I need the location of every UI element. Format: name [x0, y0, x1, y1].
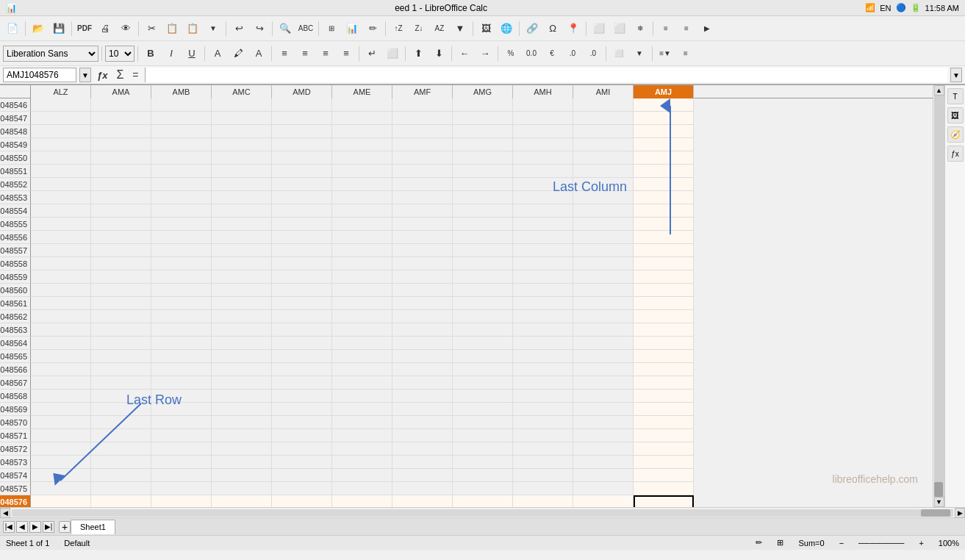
cell-ALZ-1048557[interactable]	[31, 244, 91, 257]
styles-btn[interactable]: ≡	[656, 19, 675, 38]
col-header-amc[interactable]: AMC	[212, 85, 272, 98]
col-btn[interactable]: ⬜	[589, 19, 609, 38]
cell-AMJ-1048571[interactable]	[634, 429, 694, 442]
cell-AMG-1048554[interactable]	[453, 204, 513, 218]
bg-color-btn[interactable]: A	[249, 44, 268, 63]
cell-AMG-1048570[interactable]	[453, 416, 513, 429]
cell-AMD-1048574[interactable]	[272, 469, 332, 482]
cell-AMG-1048547[interactable]	[453, 112, 513, 125]
vscroll-thumb[interactable]	[934, 482, 943, 497]
col-header-amj[interactable]: AMJ	[634, 85, 694, 98]
cell-AMA-1048567[interactable]	[91, 376, 151, 390]
cell-AMG-1048552[interactable]	[453, 178, 513, 191]
row-num-1048561[interactable]: 1048561	[0, 297, 31, 310]
cell-AMB-1048572[interactable]	[151, 442, 212, 456]
cell-AMA-1048573[interactable]	[91, 456, 151, 469]
cell-AMJ-1048555[interactable]	[634, 218, 694, 231]
cell-AMB-1048558[interactable]	[151, 257, 212, 270]
cell-AMI-1048560[interactable]	[573, 284, 634, 297]
cell-AMB-1048568[interactable]	[151, 390, 212, 403]
cell-ALZ-1048558[interactable]	[31, 257, 91, 270]
formula-drop-btn[interactable]: ▼	[79, 68, 91, 82]
cell-AMI-1048550[interactable]	[573, 151, 634, 165]
cell-AMH-1048561[interactable]	[513, 297, 573, 310]
cell-AME-1048551[interactable]	[332, 165, 392, 178]
cell-ALZ-1048570[interactable]	[31, 416, 91, 429]
cell-AMF-1048556[interactable]	[392, 231, 453, 244]
cell-AMD-1048570[interactable]	[272, 416, 332, 429]
cell-AME-1048554[interactable]	[332, 204, 392, 218]
cell-AMI-1048556[interactable]	[573, 231, 634, 244]
cell-AMB-1048547[interactable]	[151, 112, 212, 125]
cell-AMC-1048560[interactable]	[212, 284, 272, 297]
cell-AMD-1048558[interactable]	[272, 257, 332, 270]
cell-AME-1048566[interactable]	[332, 363, 392, 376]
cell-AMA-1048549[interactable]	[91, 138, 151, 151]
cell-AMD-1048575[interactable]	[272, 482, 332, 495]
cell-AMG-1048576[interactable]	[453, 495, 513, 507]
spellcheck-btn[interactable]: ABC	[296, 19, 315, 38]
cell-AMF-1048562[interactable]	[392, 310, 453, 323]
row-num-1048555[interactable]: 1048555	[0, 218, 31, 231]
cell-AMH-1048572[interactable]	[513, 442, 573, 456]
cell-AME-1048576[interactable]	[332, 495, 392, 507]
row-num-1048557[interactable]: 1048557	[0, 244, 31, 257]
cell-AMF-1048574[interactable]	[392, 469, 453, 482]
cell-AME-1048575[interactable]	[332, 482, 392, 495]
cell-AMD-1048565[interactable]	[272, 350, 332, 363]
cell-AMA-1048548[interactable]	[91, 125, 151, 138]
cell-AMJ-1048559[interactable]	[634, 270, 694, 284]
tab-nav-last-btn[interactable]: ▶|	[43, 521, 54, 533]
cell-AMA-1048572[interactable]	[91, 442, 151, 456]
cell-AMC-1048559[interactable]	[212, 270, 272, 284]
currency-btn[interactable]: €	[542, 44, 562, 63]
hscroll-left-btn[interactable]: ◀	[0, 508, 10, 518]
cell-AMA-1048569[interactable]	[91, 403, 151, 416]
cell-ALZ-1048569[interactable]	[31, 403, 91, 416]
cell-AMA-1048556[interactable]	[91, 231, 151, 244]
cell-AMH-1048558[interactable]	[513, 257, 573, 270]
cell-ALZ-1048564[interactable]	[31, 337, 91, 350]
cell-AMH-1048574[interactable]	[513, 469, 573, 482]
cell-AMH-1048565[interactable]	[513, 350, 573, 363]
cell-AMD-1048552[interactable]	[272, 178, 332, 191]
cell-AMJ-1048561[interactable]	[634, 297, 694, 310]
cell-AMA-1048551[interactable]	[91, 165, 151, 178]
cell-AMD-1048546[interactable]	[272, 98, 332, 112]
cell-AMI-1048557[interactable]	[573, 244, 634, 257]
cell-AMB-1048550[interactable]	[151, 151, 212, 165]
cell-AMC-1048573[interactable]	[212, 456, 272, 469]
row-btn[interactable]: ⬜	[610, 19, 629, 38]
tab-nav-first-btn[interactable]: |◀	[3, 521, 15, 533]
insert-image-btn[interactable]: 🖼	[476, 19, 495, 38]
hyperlink-btn[interactable]: 🔗	[523, 19, 542, 38]
cell-AMH-1048566[interactable]	[513, 363, 573, 376]
sort-asc-btn[interactable]: ↑Z	[389, 19, 408, 38]
save-btn[interactable]: 💾	[49, 19, 68, 38]
cell-AMD-1048551[interactable]	[272, 165, 332, 178]
cell-AMD-1048568[interactable]	[272, 390, 332, 403]
cell-AMI-1048568[interactable]	[573, 390, 634, 403]
bold-btn[interactable]: B	[141, 44, 160, 63]
cell-AMA-1048566[interactable]	[91, 363, 151, 376]
cell-AMA-1048555[interactable]	[91, 218, 151, 231]
row-num-1048556[interactable]: 1048556	[0, 231, 31, 244]
cell-AMB-1048565[interactable]	[151, 350, 212, 363]
cell-AMJ-1048570[interactable]	[634, 416, 694, 429]
cell-AMI-1048572[interactable]	[573, 442, 634, 456]
cell-AMB-1048555[interactable]	[151, 218, 212, 231]
cell-AMC-1048554[interactable]	[212, 204, 272, 218]
cell-AMB-1048559[interactable]	[151, 270, 212, 284]
row-num-1048564[interactable]: 1048564	[0, 337, 31, 350]
cell-AMD-1048549[interactable]	[272, 138, 332, 151]
cell-AMC-1048547[interactable]	[212, 112, 272, 125]
row-num-1048571[interactable]: 1048571	[0, 429, 31, 442]
cell-AMB-1048566[interactable]	[151, 363, 212, 376]
cell-AMF-1048570[interactable]	[392, 416, 453, 429]
vertical-scrollbar[interactable]: ▲ ▼	[933, 85, 944, 507]
cell-AMD-1048572[interactable]	[272, 442, 332, 456]
cell-AMF-1048559[interactable]	[392, 270, 453, 284]
cell-AMA-1048563[interactable]	[91, 323, 151, 337]
cell-AMA-1048560[interactable]	[91, 284, 151, 297]
cell-AMD-1048560[interactable]	[272, 284, 332, 297]
